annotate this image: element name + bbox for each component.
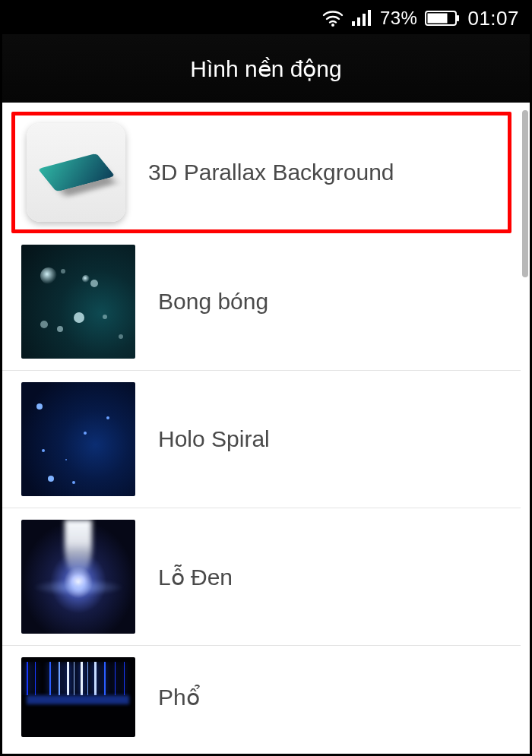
battery-icon [425, 10, 460, 27]
list-item-lo-den[interactable]: Lỗ Đen [2, 508, 521, 646]
signal-icon [351, 10, 372, 27]
svg-rect-4 [368, 10, 371, 26]
list-item-pho[interactable]: Phổ [2, 646, 521, 737]
header: Hình nền động [2, 34, 530, 103]
scrollbar-thumb[interactable] [522, 110, 528, 277]
wallpaper-list: 3D Parallax Background Bong bóng Holo Sp… [2, 103, 521, 754]
svg-point-0 [331, 24, 334, 27]
list-item-label: 3D Parallax Background [148, 160, 394, 185]
status-clock: 01:07 [467, 7, 519, 30]
battery-percentage: 73% [380, 8, 418, 29]
page-title: Hình nền động [190, 55, 341, 82]
svg-rect-7 [457, 15, 459, 21]
list-item-label: Phổ [158, 684, 200, 710]
svg-rect-3 [363, 14, 366, 26]
list-item-label: Holo Spiral [158, 426, 270, 452]
list-item-3d-parallax[interactable]: 3D Parallax Background [11, 112, 511, 233]
wallpaper-thumbnail [21, 520, 135, 634]
wallpaper-thumbnail [21, 245, 135, 359]
svg-rect-2 [357, 17, 360, 26]
wifi-icon [322, 10, 344, 27]
list-item-holo-spiral[interactable]: Holo Spiral [2, 371, 521, 508]
wallpaper-thumbnail [21, 657, 135, 737]
svg-rect-6 [428, 14, 448, 24]
list-item-bong-bong[interactable]: Bong bóng [2, 233, 521, 371]
status-bar: 73% 01:07 [2, 2, 530, 34]
svg-rect-1 [352, 21, 355, 26]
screen: 73% 01:07 Hình nền động 3D Parallax Back… [0, 0, 532, 756]
wallpaper-thumbnail [21, 382, 135, 496]
scrollbar[interactable] [521, 103, 530, 754]
wallpaper-thumbnail [27, 123, 125, 222]
content: 3D Parallax Background Bong bóng Holo Sp… [2, 103, 530, 754]
list-item-label: Lỗ Đen [158, 564, 233, 590]
list-item-label: Bong bóng [158, 289, 268, 315]
